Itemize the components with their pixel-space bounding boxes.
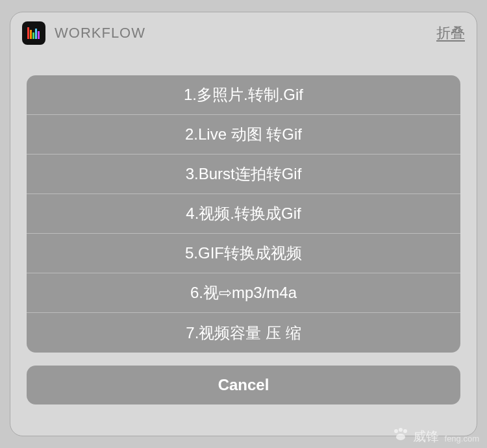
paw-icon [392,427,409,445]
svg-point-8 [396,434,405,440]
action-sheet: WORKFLOW 折叠 1.多照片.转制.Gif 2.Live 动图 转Gif … [10,12,477,436]
sheet-header: WORKFLOW 折叠 [10,12,477,53]
cancel-button[interactable]: Cancel [27,366,460,404]
option-item-2[interactable]: 2.Live 动图 转Gif [27,115,460,155]
svg-point-7 [403,429,407,433]
option-item-5[interactable]: 5.GIF转换成视频 [27,234,460,273]
svg-rect-3 [35,29,37,39]
svg-rect-2 [32,32,34,39]
watermark-name: 威锋 [413,428,439,445]
option-item-1[interactable]: 1.多照片.转制.Gif [27,75,460,115]
workflow-app-icon [22,21,45,45]
svg-point-6 [399,428,403,432]
watermark-site: feng.com [445,434,479,443]
option-item-4[interactable]: 4.视频.转换成Gif [27,194,460,234]
svg-rect-1 [30,30,32,39]
svg-rect-4 [38,31,40,39]
sheet-content: 1.多照片.转制.Gif 2.Live 动图 转Gif 3.Burst连拍转Gi… [10,53,477,404]
option-item-3[interactable]: 3.Burst连拍转Gif [27,155,460,194]
option-list: 1.多照片.转制.Gif 2.Live 动图 转Gif 3.Burst连拍转Gi… [27,75,460,353]
option-item-7[interactable]: 7.视频容量 压 缩 [27,313,460,353]
app-title: WORKFLOW [55,25,436,42]
svg-rect-0 [27,27,29,39]
option-item-6[interactable]: 6.视⇨mp3/m4a [27,273,460,313]
svg-point-5 [394,429,398,433]
collapse-link[interactable]: 折叠 [436,23,465,43]
watermark: 威锋 feng.com [392,427,479,445]
